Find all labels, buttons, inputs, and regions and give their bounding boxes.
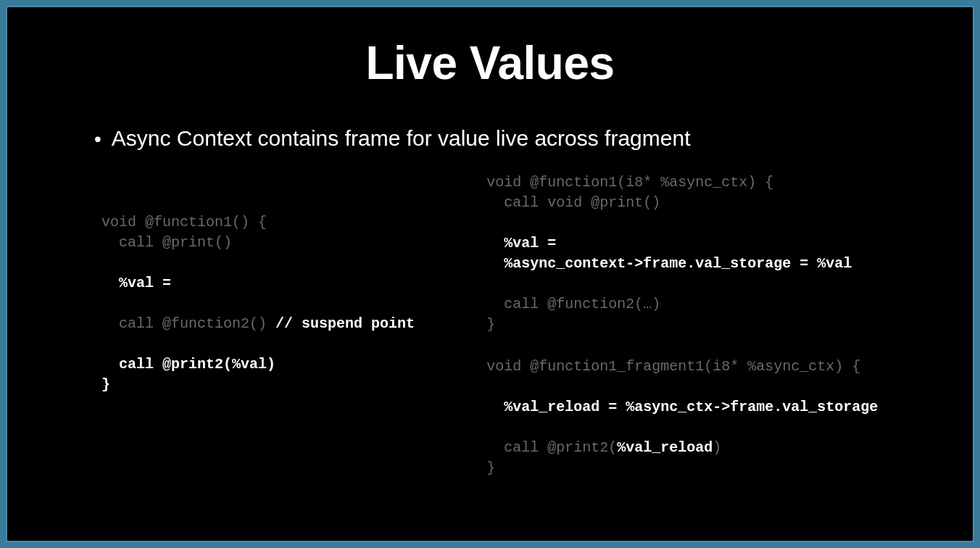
code-line: void @function1(i8* %async_ctx) { bbox=[486, 174, 773, 191]
code-line: call @function2(…) bbox=[486, 296, 660, 312]
code-line: %val = bbox=[486, 235, 556, 252]
code-line: call void @print() bbox=[486, 194, 660, 211]
code-line: void @function1() { bbox=[101, 214, 267, 231]
slide-outer-frame: Live Values • Async Context contains fra… bbox=[0, 0, 980, 548]
code-line: %async_context->frame.val_storage = %val bbox=[486, 255, 852, 272]
code-line: } bbox=[486, 460, 495, 476]
code-line: call @print2(%val) bbox=[101, 356, 275, 373]
slide-title: Live Values bbox=[65, 36, 915, 90]
code-block-transformed-2: void @function1_fragment1(i8* %async_ctx… bbox=[486, 357, 915, 478]
code-columns: void @function1() { call @print() %val =… bbox=[101, 173, 915, 500]
code-line: } bbox=[486, 316, 495, 333]
code-line: %val = bbox=[101, 275, 171, 291]
code-block-transformed-1: void @function1(i8* %async_ctx) { call v… bbox=[486, 173, 915, 335]
code-line-part: call @function2() bbox=[101, 315, 275, 332]
code-line: } bbox=[101, 376, 110, 393]
bullet-row: • Async Context contains frame for value… bbox=[94, 126, 915, 151]
code-comment: // suspend point bbox=[275, 315, 415, 332]
bullet-dot-icon: • bbox=[94, 129, 101, 149]
code-line: call @print() bbox=[101, 234, 232, 251]
code-line: void @function1_fragment1(i8* %async_ctx… bbox=[486, 358, 860, 375]
slide-inner-frame: Live Values • Async Context contains fra… bbox=[6, 6, 974, 542]
code-block-original: void @function1() { call @print() %val =… bbox=[101, 212, 443, 395]
code-line-part: %val_reload bbox=[617, 439, 713, 456]
code-line-part: ) bbox=[713, 439, 721, 456]
code-line: %val_reload = %async_ctx->frame.val_stor… bbox=[486, 399, 878, 415]
code-column-right: void @function1(i8* %async_ctx) { call v… bbox=[486, 173, 915, 500]
code-column-left: void @function1() { call @print() %val =… bbox=[101, 173, 443, 500]
code-line-part: call @print2( bbox=[486, 439, 617, 456]
bullet-text: Async Context contains frame for value l… bbox=[112, 126, 691, 151]
